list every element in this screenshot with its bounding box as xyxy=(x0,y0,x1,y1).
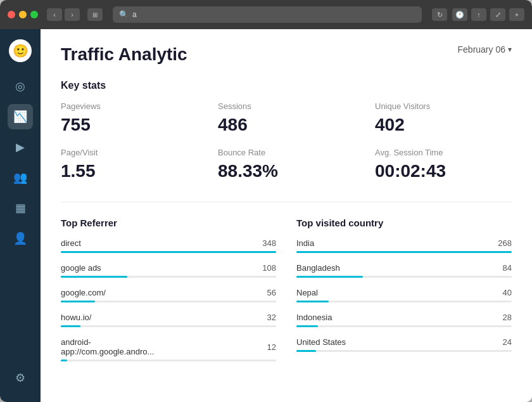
stat-unique-visitors-label: Unique Visitors xyxy=(375,101,512,111)
country-label-0: India xyxy=(296,238,314,248)
nav-buttons: ‹ › xyxy=(47,8,80,21)
referrer-value-0: 348 xyxy=(262,238,276,248)
referrer-label-1: google ads xyxy=(61,263,101,273)
reload-button[interactable]: ↻ xyxy=(432,8,447,21)
referrer-title: Top Referrer xyxy=(61,217,276,228)
stat-bounce-rate-label: Bounce Rate xyxy=(218,148,355,157)
referrer-item-0: direct 348 xyxy=(61,238,276,253)
sidebar-item-chart[interactable]: 📉 xyxy=(8,104,33,129)
date-selector[interactable]: February 06 ▾ xyxy=(458,44,512,55)
close-button[interactable] xyxy=(8,11,15,18)
app-layout: 🙂 ◎ 📉 ▶ 👥 ▦ 👤 ⚙ xyxy=(0,29,532,402)
stat-sessions-value: 486 xyxy=(218,115,355,135)
browser-chrome: ‹ › ⊞ 🔍 a ↻ 🕐 ↑ ⤢ + xyxy=(0,0,532,29)
key-stats-section: Key stats Pageviews 755 Sessions 486 Uni… xyxy=(61,80,512,181)
referrer-label-2: google.com/ xyxy=(61,288,106,297)
page-title: Traffic Analytic xyxy=(61,44,187,65)
main-content: Traffic Analytic February 06 ▾ Key stats… xyxy=(41,29,532,402)
country-title: Top visited country xyxy=(296,217,512,228)
referrer-value-1: 108 xyxy=(262,263,276,273)
referrer-item-4: android-app://com.google.andro... 12 xyxy=(61,337,276,361)
page-header: Traffic Analytic February 06 ▾ xyxy=(61,44,512,65)
gauge-icon: ◎ xyxy=(15,79,25,93)
country-item-4: United States 24 xyxy=(296,337,512,352)
chart-icon: 📉 xyxy=(13,110,27,124)
sidebar-item-people[interactable]: 👥 xyxy=(8,165,33,190)
stat-unique-visitors: Unique Visitors 402 xyxy=(375,101,512,135)
address-bar[interactable]: 🔍 a xyxy=(113,6,422,23)
video-icon: ▶ xyxy=(16,140,25,154)
stat-session-time: Avg. Session Time 00:02:43 xyxy=(375,148,512,181)
stat-page-visit-label: Page/Visit xyxy=(61,148,198,157)
browser-window: ‹ › ⊞ 🔍 a ↻ 🕐 ↑ ⤢ + 🙂 ◎ 📉 xyxy=(0,0,532,402)
referrer-value-4: 12 xyxy=(267,342,276,352)
date-label: February 06 xyxy=(458,44,505,55)
referrer-item-3: howu.io/ 32 xyxy=(61,313,276,327)
country-label-4: United States xyxy=(296,337,346,347)
referrer-value-2: 56 xyxy=(267,288,276,297)
referrer-item-2: google.com/ 56 xyxy=(61,288,276,302)
referrer-section: Top Referrer direct 348 google ads 108 xyxy=(61,217,276,372)
traffic-lights xyxy=(8,11,38,18)
bottom-section: Top Referrer direct 348 google ads 108 xyxy=(61,217,512,372)
browser-actions: 🕐 ↑ ⤢ + xyxy=(452,8,524,21)
country-value-2: 40 xyxy=(503,288,512,297)
bar-chart-icon: ▦ xyxy=(15,201,26,215)
referrer-label-0: direct xyxy=(61,238,81,248)
people-icon: 👥 xyxy=(13,171,27,185)
url-text: a xyxy=(132,10,137,19)
settings-icon: ⚙ xyxy=(15,371,25,385)
stat-pageviews-label: Pageviews xyxy=(61,101,198,111)
minimize-button[interactable] xyxy=(19,11,27,18)
sidebar-item-settings[interactable]: ⚙ xyxy=(8,365,33,391)
country-value-4: 24 xyxy=(503,337,512,347)
add-tab-button[interactable]: + xyxy=(509,8,524,21)
country-value-3: 28 xyxy=(503,313,512,322)
stats-grid: Pageviews 755 Sessions 486 Unique Visito… xyxy=(61,101,512,181)
section-divider xyxy=(61,202,512,202)
time-icon[interactable]: 🕐 xyxy=(452,8,467,21)
window-toggle-button[interactable]: ⊞ xyxy=(87,8,103,21)
stat-bounce-rate: Bounce Rate 88.33% xyxy=(218,148,355,181)
stat-bounce-rate-value: 88.33% xyxy=(218,161,355,181)
avatar[interactable]: 🙂 xyxy=(9,39,32,62)
country-item-1: Bangladesh 84 xyxy=(296,263,512,278)
sidebar-item-gauge[interactable]: ◎ xyxy=(8,74,33,99)
country-item-2: Nepal 40 xyxy=(296,288,512,302)
fullscreen-button[interactable]: ⤢ xyxy=(490,8,505,21)
search-icon: 🔍 xyxy=(119,10,129,19)
maximize-button[interactable] xyxy=(30,11,38,18)
country-label-3: Indonesia xyxy=(296,313,332,322)
contacts-icon: 👤 xyxy=(13,231,27,245)
stat-pageviews-value: 755 xyxy=(61,115,198,135)
stat-session-time-value: 00:02:43 xyxy=(375,161,512,181)
stat-page-visit: Page/Visit 1.55 xyxy=(61,148,198,181)
stat-pageviews: Pageviews 755 xyxy=(61,101,198,135)
country-value-0: 268 xyxy=(498,238,512,248)
sidebar-item-bar[interactable]: ▦ xyxy=(8,195,33,221)
sidebar-item-contacts[interactable]: 👤 xyxy=(8,226,33,251)
back-button[interactable]: ‹ xyxy=(47,8,62,21)
share-button[interactable]: ↑ xyxy=(471,8,486,21)
country-item-3: Indonesia 28 xyxy=(296,313,512,327)
referrer-label-3: howu.io/ xyxy=(61,313,91,322)
stat-unique-visitors-value: 402 xyxy=(375,115,512,135)
sidebar-item-video[interactable]: ▶ xyxy=(8,134,33,160)
stat-sessions: Sessions 486 xyxy=(218,101,355,135)
forward-button[interactable]: › xyxy=(65,8,80,21)
referrer-item-1: google ads 108 xyxy=(61,263,276,278)
referrer-label-4: android-app://com.google.andro... xyxy=(61,337,154,356)
country-section: Top visited country India 268 Bangladesh… xyxy=(296,217,512,372)
country-label-2: Nepal xyxy=(296,288,318,297)
country-value-1: 84 xyxy=(503,263,512,273)
sidebar: 🙂 ◎ 📉 ▶ 👥 ▦ 👤 ⚙ xyxy=(0,29,41,402)
referrer-value-3: 32 xyxy=(267,313,276,322)
key-stats-title: Key stats xyxy=(61,80,512,91)
country-label-1: Bangladesh xyxy=(296,263,340,273)
avatar-icon: 🙂 xyxy=(13,43,28,58)
stat-page-visit-value: 1.55 xyxy=(61,161,198,181)
country-item-0: India 268 xyxy=(296,238,512,253)
stat-sessions-label: Sessions xyxy=(218,101,355,111)
chevron-down-icon: ▾ xyxy=(508,45,512,54)
stat-session-time-label: Avg. Session Time xyxy=(375,148,512,157)
